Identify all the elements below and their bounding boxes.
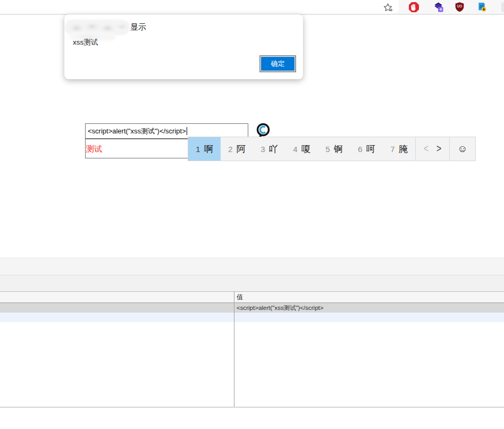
address-bar[interactable] — [0, 0, 399, 14]
candidate-char: 锕 — [334, 143, 343, 155]
ime-candidate-window: 1 啊 2 阿 3 吖 4 嗄 5 锕 6 呵 7 腌 < > ☺ — [188, 137, 476, 161]
ime-candidate-3[interactable]: 3 吖 — [253, 137, 285, 161]
ime-candidate-5[interactable]: 5 锕 — [318, 137, 350, 161]
candidate-number: 5 — [325, 145, 330, 154]
panel-band-toolbar — [0, 275, 504, 291]
candidate-char: 啊 — [204, 143, 213, 155]
candidate-number: 4 — [293, 145, 297, 154]
candidate-char: 阿 — [237, 143, 246, 155]
ok-button[interactable]: 确定 — [261, 57, 295, 71]
panel-bottom-border — [0, 407, 504, 408]
table-row[interactable] — [0, 313, 504, 322]
ime-next-page-icon[interactable]: > — [436, 143, 441, 155]
ime-emoji-button[interactable]: ☺ — [450, 137, 475, 161]
ublock-origin-icon[interactable]: UO — [454, 2, 465, 13]
browser-toolbar: 4 UO — [0, 0, 504, 14]
table-row-selected[interactable]: <script>alert("xss测试")</script> — [0, 302, 504, 313]
panel-band-top — [0, 257, 504, 275]
candidate-char: 嗄 — [301, 143, 310, 155]
ime-paging: < > — [416, 137, 449, 161]
candidate-char: 吖 — [269, 143, 278, 155]
alert-dialog: 显示 xss测试 确定 — [64, 14, 303, 79]
value-column-header: 值 — [237, 292, 243, 302]
ime-candidate-4[interactable]: 4 嗄 — [285, 137, 318, 161]
download-doc-icon[interactable] — [476, 2, 488, 13]
bookmark-add-icon[interactable] — [382, 2, 393, 13]
candidate-number: 3 — [261, 145, 265, 154]
column-resize-handle[interactable] — [234, 291, 234, 407]
ime-candidate-7[interactable]: 7 腌 — [383, 137, 415, 161]
dialog-message: xss测试 — [73, 38, 98, 47]
candidate-number: 1 — [196, 145, 200, 154]
ime-candidate-2[interactable]: 2 阿 — [221, 137, 253, 161]
ime-prev-page-icon[interactable]: < — [424, 143, 429, 155]
dialog-title: 显示 — [130, 22, 146, 32]
candidate-number: 7 — [390, 145, 394, 154]
adblock-icon[interactable] — [408, 2, 419, 13]
ublock-label: UO — [457, 4, 463, 8]
value-cell: <script>alert("xss测试")</script> — [237, 303, 323, 313]
toolbar-overflow-sliver[interactable] — [501, 2, 504, 12]
ok-button-focus-ring: 确定 — [259, 55, 296, 72]
ime-candidate-6[interactable]: 6 呵 — [350, 137, 383, 161]
extension-badge: 4 — [440, 7, 442, 12]
ime-candidate-1[interactable]: 1 啊 — [188, 137, 221, 161]
candidate-char: 呵 — [366, 143, 375, 155]
candidate-number: 2 — [228, 145, 232, 154]
purple-extension-icon[interactable]: 4 — [433, 2, 444, 13]
grid-header-row: 值 — [0, 291, 504, 302]
text-caret — [187, 127, 187, 135]
composition-text: 测试 — [86, 144, 102, 153]
candidate-char: 腌 — [399, 143, 408, 155]
candidate-number: 6 — [358, 145, 362, 154]
xss-input-value: <script>alert("xss测试")</script> — [88, 127, 186, 135]
